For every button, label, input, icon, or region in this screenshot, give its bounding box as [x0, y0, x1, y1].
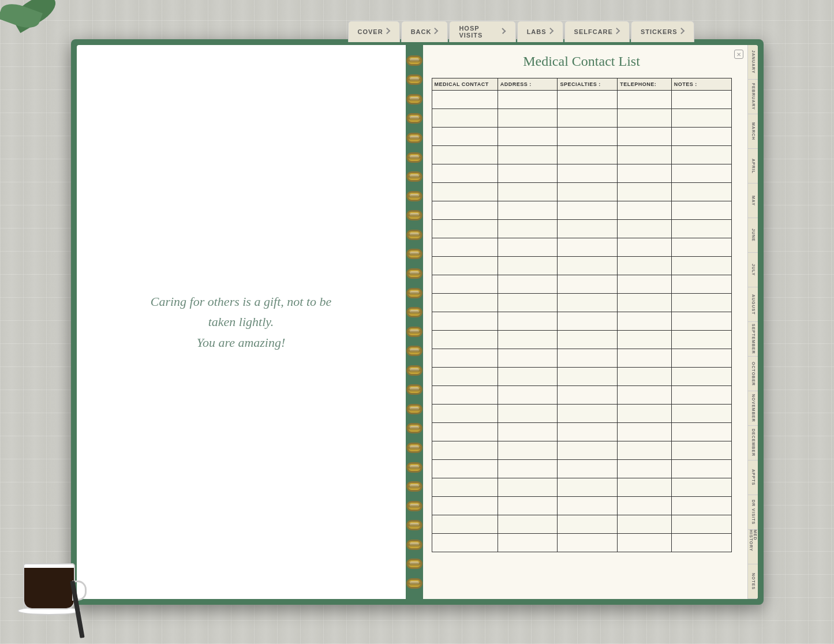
table-cell[interactable]	[558, 164, 618, 183]
table-cell[interactable]	[498, 423, 558, 441]
table-cell[interactable]	[671, 128, 731, 146]
table-cell[interactable]	[671, 497, 731, 515]
table-cell[interactable]	[498, 515, 558, 534]
table-cell[interactable]	[618, 331, 671, 349]
table-cell[interactable]	[432, 275, 498, 294]
table-cell[interactable]	[618, 441, 671, 460]
table-cell[interactable]	[618, 349, 671, 368]
table-cell[interactable]	[558, 257, 618, 275]
table-cell[interactable]	[618, 405, 671, 423]
table-cell[interactable]	[498, 238, 558, 257]
table-cell[interactable]	[558, 128, 618, 146]
table-cell[interactable]	[432, 91, 498, 109]
table-cell[interactable]	[432, 128, 498, 146]
table-cell[interactable]	[618, 146, 671, 164]
table-cell[interactable]	[618, 164, 671, 183]
table-cell[interactable]	[558, 91, 618, 109]
table-cell[interactable]	[671, 201, 731, 220]
table-cell[interactable]	[432, 441, 498, 460]
table-cell[interactable]	[618, 128, 671, 146]
table-cell[interactable]	[671, 91, 731, 109]
table-cell[interactable]	[498, 405, 558, 423]
month-tab-notes[interactable]: NOTES	[747, 564, 758, 599]
tab-selfcare[interactable]: SELFCARE	[564, 21, 630, 42]
table-cell[interactable]	[671, 405, 731, 423]
table-cell[interactable]	[558, 312, 618, 331]
close-icon[interactable]: ✕	[734, 50, 743, 59]
month-tab-july[interactable]: JULY	[747, 253, 758, 287]
month-tab-med-history[interactable]: MED HISTORY	[747, 530, 758, 564]
month-tab-august[interactable]: AUGUST	[747, 287, 758, 322]
table-cell[interactable]	[498, 146, 558, 164]
table-cell[interactable]	[558, 441, 618, 460]
table-cell[interactable]	[558, 220, 618, 238]
table-cell[interactable]	[558, 183, 618, 201]
table-cell[interactable]	[498, 534, 558, 552]
table-cell[interactable]	[618, 460, 671, 478]
table-cell[interactable]	[498, 497, 558, 515]
table-cell[interactable]	[498, 331, 558, 349]
table-cell[interactable]	[432, 294, 498, 312]
table-cell[interactable]	[618, 238, 671, 257]
table-cell[interactable]	[671, 275, 731, 294]
table-cell[interactable]	[618, 312, 671, 331]
table-cell[interactable]	[432, 238, 498, 257]
table-cell[interactable]	[432, 257, 498, 275]
table-cell[interactable]	[671, 515, 731, 534]
table-cell[interactable]	[498, 220, 558, 238]
table-cell[interactable]	[432, 201, 498, 220]
table-cell[interactable]	[671, 349, 731, 368]
table-cell[interactable]	[671, 423, 731, 441]
table-cell[interactable]	[498, 91, 558, 109]
table-cell[interactable]	[432, 534, 498, 552]
table-cell[interactable]	[558, 386, 618, 405]
table-cell[interactable]	[498, 109, 558, 128]
table-cell[interactable]	[618, 109, 671, 128]
table-cell[interactable]	[498, 257, 558, 275]
table-cell[interactable]	[558, 275, 618, 294]
table-cell[interactable]	[498, 128, 558, 146]
table-cell[interactable]	[558, 201, 618, 220]
tab-cover[interactable]: COVER	[348, 21, 400, 42]
tab-stickers[interactable]: STICKERS	[631, 21, 694, 42]
table-cell[interactable]	[498, 349, 558, 368]
month-tab-september[interactable]: SEPTEMBER	[747, 322, 758, 357]
table-cell[interactable]	[498, 312, 558, 331]
table-cell[interactable]	[671, 441, 731, 460]
table-cell[interactable]	[671, 238, 731, 257]
month-tab-march[interactable]: MARCH	[747, 114, 758, 149]
table-cell[interactable]	[671, 257, 731, 275]
table-cell[interactable]	[618, 275, 671, 294]
table-cell[interactable]	[618, 201, 671, 220]
month-tab-june[interactable]: JUNE	[747, 218, 758, 253]
table-cell[interactable]	[558, 238, 618, 257]
table-cell[interactable]	[558, 478, 618, 497]
table-cell[interactable]	[432, 405, 498, 423]
tab-hosp-visits[interactable]: HOSP VISITS	[449, 21, 515, 42]
table-cell[interactable]	[558, 405, 618, 423]
table-cell[interactable]	[498, 275, 558, 294]
table-cell[interactable]	[671, 386, 731, 405]
table-cell[interactable]	[558, 460, 618, 478]
table-cell[interactable]	[498, 368, 558, 386]
table-cell[interactable]	[671, 368, 731, 386]
tab-labs[interactable]: LABS	[517, 21, 563, 42]
table-cell[interactable]	[498, 478, 558, 497]
month-tab-dr-visits[interactable]: DR VISITS	[747, 495, 758, 530]
table-cell[interactable]	[618, 515, 671, 534]
table-cell[interactable]	[671, 183, 731, 201]
table-cell[interactable]	[498, 164, 558, 183]
table-cell[interactable]	[618, 423, 671, 441]
table-cell[interactable]	[618, 294, 671, 312]
table-cell[interactable]	[671, 312, 731, 331]
month-tab-december[interactable]: DECEMBER	[747, 426, 758, 460]
table-cell[interactable]	[498, 441, 558, 460]
table-cell[interactable]	[432, 220, 498, 238]
table-cell[interactable]	[618, 534, 671, 552]
month-tab-may[interactable]: MAY	[747, 184, 758, 218]
table-cell[interactable]	[498, 294, 558, 312]
table-cell[interactable]	[498, 183, 558, 201]
table-cell[interactable]	[558, 515, 618, 534]
month-tab-appts[interactable]: APPTS	[747, 460, 758, 495]
table-cell[interactable]	[618, 386, 671, 405]
